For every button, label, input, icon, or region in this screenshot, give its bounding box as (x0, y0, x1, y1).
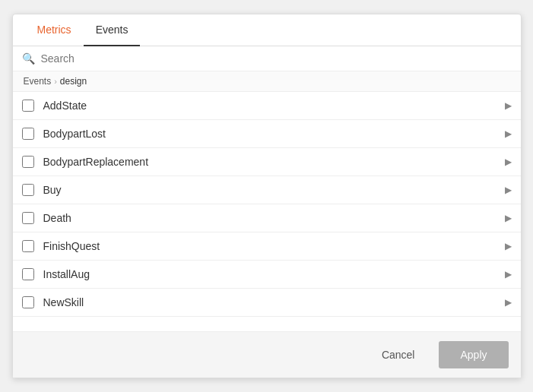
item-checkbox-buy[interactable] (22, 184, 34, 196)
item-arrow-icon[interactable]: ▶ (505, 156, 512, 167)
item-label: Buy (43, 184, 505, 196)
list-item[interactable]: Buy▶ (13, 176, 521, 204)
item-arrow-icon[interactable]: ▶ (505, 100, 512, 111)
item-label: BodypartReplacement (43, 156, 505, 168)
search-input[interactable] (41, 52, 512, 65)
item-checkbox-bodypartlost[interactable] (22, 128, 34, 140)
item-arrow-icon[interactable]: ▶ (505, 269, 512, 280)
item-checkbox-death[interactable] (22, 212, 34, 224)
item-checkbox-addstate[interactable] (22, 100, 34, 112)
item-label: AddState (43, 100, 505, 112)
item-label: NewSkill (43, 296, 505, 308)
search-icon: 🔍 (22, 52, 35, 65)
cancel-button[interactable]: Cancel (366, 341, 430, 368)
item-arrow-icon[interactable]: ▶ (505, 241, 512, 251)
list-item[interactable]: InstallAug▶ (13, 261, 521, 289)
list-item[interactable]: BodypartLost▶ (13, 120, 521, 148)
apply-button[interactable]: Apply (439, 341, 508, 368)
breadcrumb-separator: › (54, 77, 57, 86)
list-item[interactable]: FinishQuest▶ (13, 232, 521, 261)
breadcrumb-root[interactable]: Events (24, 76, 52, 87)
item-arrow-icon[interactable]: ▶ (505, 185, 512, 195)
item-checkbox-newskill[interactable] (22, 296, 34, 308)
footer: Cancel Apply (13, 331, 521, 378)
list-item[interactable]: BodypartReplacement▶ (13, 148, 521, 176)
search-bar: 🔍 (13, 46, 521, 71)
item-label: Death (43, 212, 505, 224)
list-item[interactable]: Death▶ (13, 204, 521, 232)
list-container: AddState▶BodypartLost▶BodypartReplacemen… (13, 92, 521, 331)
tab-events[interactable]: Events (84, 14, 141, 46)
dialog: Metrics Events 🔍 Events › design AddStat… (12, 14, 522, 378)
tab-metrics[interactable]: Metrics (25, 14, 84, 46)
item-arrow-icon[interactable]: ▶ (505, 128, 512, 139)
item-checkbox-installaug[interactable] (22, 268, 34, 280)
item-label: InstallAug (43, 268, 505, 280)
item-checkbox-bodypartreplacement[interactable] (22, 156, 34, 168)
item-checkbox-finishquest[interactable] (22, 240, 34, 252)
list-item[interactable]: NewSkill▶ (13, 289, 521, 317)
breadcrumb: Events › design (13, 71, 521, 92)
item-arrow-icon[interactable]: ▶ (505, 297, 512, 308)
item-label: FinishQuest (43, 240, 505, 252)
item-label: BodypartLost (43, 128, 505, 140)
tabs-bar: Metrics Events (13, 14, 521, 46)
item-arrow-icon[interactable]: ▶ (505, 213, 512, 223)
events-list: AddState▶BodypartLost▶BodypartReplacemen… (13, 92, 521, 331)
list-item[interactable]: AddState▶ (13, 92, 521, 120)
breadcrumb-current: design (60, 76, 87, 87)
